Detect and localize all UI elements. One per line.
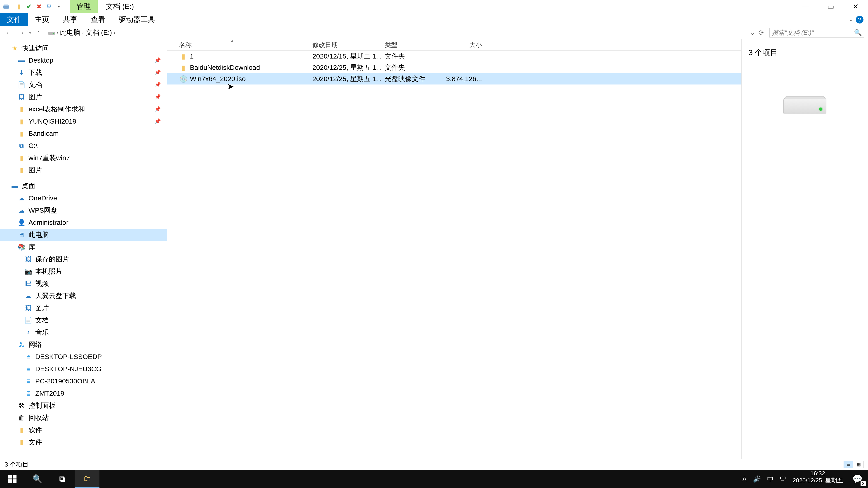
qat-open-icon[interactable]: ▮	[14, 2, 24, 11]
file-date: 2020/12/25, 星期五 1...	[312, 63, 385, 72]
tree-yunqishi[interactable]: ▮YUNQISHI2019📌	[0, 115, 167, 127]
up-button[interactable]: ↑	[34, 29, 44, 37]
tree-camera-roll[interactable]: 📷本机照片	[0, 265, 167, 278]
tree-control-panel[interactable]: 🛠控制面板	[0, 399, 167, 412]
explorer-taskbar-button[interactable]: 🗂	[74, 470, 99, 488]
file-row[interactable]: ▮ 1 2020/12/15, 星期二 1... 文件夹	[167, 51, 741, 62]
tree-pc4[interactable]: 🖥ZMT2019	[0, 387, 167, 399]
tree-recycle[interactable]: 🗑回收站	[0, 412, 167, 424]
chevron-right-icon[interactable]: ›	[82, 30, 84, 36]
volume-icon[interactable]: 🔊	[753, 475, 761, 483]
file-list: 名称▲ 修改日期 类型 大小 ▮ 1 2020/12/15, 星期二 1... …	[167, 39, 741, 459]
tree-pc1[interactable]: 🖥DESKTOP-LSSOEDP	[0, 351, 167, 363]
tree-pictures-lib[interactable]: 🖼图片	[0, 302, 167, 314]
task-view-button[interactable]: ⧉	[50, 470, 74, 488]
tab-file[interactable]: 文件	[0, 13, 28, 26]
expand-ribbon-icon[interactable]: ⌄	[848, 16, 854, 23]
chevron-right-icon[interactable]: ›	[57, 30, 58, 36]
svg-rect-1	[4, 4, 8, 6]
address-dropdown-icon[interactable]: ⌄	[749, 29, 755, 37]
chevron-right-icon[interactable]: ›	[114, 30, 115, 36]
qat-builtin-icon[interactable]: ⚙	[44, 2, 54, 11]
folder-icon: ▮	[18, 438, 25, 446]
tree-network[interactable]: 🖧网络	[0, 338, 167, 351]
tree-pictures2[interactable]: ▮图片	[0, 164, 167, 176]
tree-onedrive[interactable]: ☁OneDrive	[0, 192, 167, 204]
help-icon[interactable]: ?	[856, 16, 864, 24]
tree-saved-pics[interactable]: 🖼保存的图片	[0, 253, 167, 265]
column-name[interactable]: 名称▲	[179, 41, 312, 49]
breadcrumb[interactable]: › 此电脑 › 文档 (E:) › ⌄ ⟳	[46, 28, 767, 37]
tree-bandicam[interactable]: ▮Bandicam	[0, 127, 167, 140]
search-button[interactable]: 🔍	[25, 470, 50, 488]
forward-button[interactable]: →	[16, 29, 26, 37]
tree-downloads[interactable]: ⬇下载📌	[0, 66, 167, 78]
desktop-icon: ▬	[18, 57, 25, 64]
tab-drive-tools[interactable]: 驱动器工具	[112, 13, 162, 26]
pc-icon: 🖥	[24, 365, 32, 373]
tree-label: 保存的图片	[35, 255, 69, 264]
search-icon[interactable]: 🔍	[854, 29, 862, 36]
tree-win7[interactable]: ▮win7重装win7	[0, 152, 167, 164]
column-date[interactable]: 修改日期	[312, 41, 385, 49]
taskbar-clock[interactable]: 16:32 2020/12/25, 星期五	[788, 470, 847, 488]
breadcrumb-drive[interactable]: 文档 (E:)	[85, 28, 113, 37]
tree-desktop[interactable]: ▬桌面	[0, 180, 167, 192]
close-button[interactable]: ✕	[843, 0, 868, 13]
minimize-button[interactable]: —	[794, 0, 818, 13]
tree-files[interactable]: ▮文件	[0, 436, 167, 448]
refresh-icon[interactable]: ⟳	[758, 29, 764, 37]
tree-label: 此电脑	[29, 230, 49, 239]
qat-close-icon[interactable]: ✖	[34, 2, 44, 11]
tree-videos[interactable]: 🎞视频	[0, 278, 167, 290]
qat-dropdown-icon[interactable]: ▾	[54, 2, 64, 11]
file-name: 1	[190, 53, 312, 60]
tree-software[interactable]: ▮软件	[0, 424, 167, 436]
tree-quick-access[interactable]: ★ 快速访问	[0, 42, 167, 54]
contextual-tab-manage[interactable]: 管理	[70, 0, 98, 13]
onedrive-icon: ☁	[18, 194, 25, 202]
tree-library[interactable]: 📚库	[0, 241, 167, 253]
tab-share[interactable]: 共享	[56, 13, 84, 26]
quick-access-toolbar: ▮ ✔ ✖ ⚙ ▾	[0, 0, 68, 13]
tree-label: 快速访问	[22, 43, 49, 53]
tree-documents-lib[interactable]: 📄文档	[0, 314, 167, 326]
svg-rect-4	[8, 475, 12, 479]
taskbar: 🔍 ⧉ 🗂 ᐱ 🔊 中 🛡 16:32 2020/12/25, 星期五 💬3	[0, 470, 868, 488]
sort-asc-icon: ▲	[230, 38, 234, 43]
tree-desktop-qa[interactable]: ▬Desktop📌	[0, 54, 167, 66]
tree-this-pc[interactable]: 🖥此电脑	[0, 229, 167, 241]
history-dropdown-icon[interactable]: ▾	[29, 30, 31, 35]
ime-indicator[interactable]: 中	[767, 475, 774, 483]
file-name: BaiduNetdiskDownload	[190, 64, 312, 71]
tree-pc2[interactable]: 🖥DESKTOP-NJEU3CG	[0, 363, 167, 375]
tab-home[interactable]: 主页	[28, 13, 56, 26]
file-row[interactable]: 💿 Win7x64_2020.iso 2020/12/25, 星期五 1... …	[167, 73, 741, 85]
view-thumbnails-button[interactable]: ▦	[854, 461, 864, 468]
search-input[interactable]: 搜索"文档 (E:)" 🔍	[770, 28, 864, 37]
qat-check-icon[interactable]: ✔	[24, 2, 34, 11]
tree-tianyi[interactable]: ☁天翼云盘下载	[0, 290, 167, 302]
tray-overflow-icon[interactable]: ᐱ	[742, 475, 747, 483]
file-row[interactable]: ▮ BaiduNetdiskDownload 2020/12/25, 星期五 1…	[167, 62, 741, 73]
svg-point-3	[53, 33, 54, 34]
tree-gdrive[interactable]: ⧉G:\	[0, 140, 167, 152]
security-icon[interactable]: 🛡	[780, 475, 786, 483]
tree-pictures-qa[interactable]: 🖼图片📌	[0, 91, 167, 103]
tree-music-lib[interactable]: ♪音乐	[0, 326, 167, 338]
tab-view[interactable]: 查看	[84, 13, 112, 26]
action-center-button[interactable]: 💬3	[847, 470, 868, 488]
breadcrumb-this-pc[interactable]: 此电脑	[59, 28, 81, 37]
column-size[interactable]: 大小	[446, 41, 484, 49]
tree-wps[interactable]: ☁WPS网盘	[0, 204, 167, 217]
tree-documents[interactable]: 📄文档📌	[0, 78, 167, 91]
start-button[interactable]	[0, 470, 25, 488]
app-icon[interactable]	[2, 2, 12, 11]
view-details-button[interactable]: ☰	[844, 461, 853, 468]
tree-pc3[interactable]: 🖥PC-20190530OBLA	[0, 375, 167, 387]
tree-admin[interactable]: 👤Administrator	[0, 217, 167, 229]
maximize-button[interactable]: ▭	[818, 0, 843, 13]
tree-excel[interactable]: ▮excel表格制作求和📌	[0, 103, 167, 115]
column-type[interactable]: 类型	[385, 41, 446, 49]
back-button[interactable]: ←	[4, 29, 13, 37]
